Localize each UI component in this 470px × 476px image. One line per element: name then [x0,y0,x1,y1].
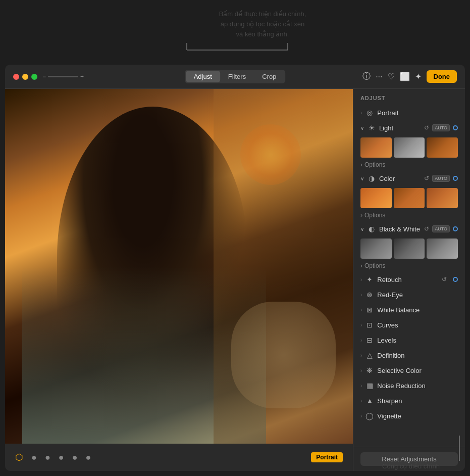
definition-label: Definition [377,352,458,359]
light-reset-icon[interactable]: ↺ [424,124,429,131]
color-auto-badge[interactable]: AUTO [432,175,450,182]
bw-reset-icon[interactable]: ↺ [424,225,429,232]
color-icon: ◑ [367,174,376,182]
heart-icon[interactable]: ♡ [388,72,395,81]
chevron-right-noisered-icon: › [360,383,362,389]
chevron-right-retouch-icon: › [360,277,362,282]
bottom-icon-4[interactable]: ● [72,452,78,463]
color-thumb-1[interactable] [360,188,392,208]
titlebar: − + Adjust Filters Crop ⓘ ··· ♡ ⬜ ✦ Done [5,65,465,89]
sidebar-item-definition[interactable]: › △ Definition [353,348,465,363]
color-dot[interactable] [453,176,458,181]
chevron-right-icon: › [360,110,362,116]
sharpen-label: Sharpen [377,397,458,405]
portrait-badge: Portrait [311,452,343,462]
sidebar-item-selcolor[interactable]: › ❋ Selective Color [353,363,465,378]
bottom-icon-1[interactable]: ● [31,452,37,463]
light-options-label: Options [364,161,385,168]
more-icon[interactable]: ··· [376,72,382,81]
info-icon[interactable]: ⓘ [362,71,371,82]
sidebar-item-retouch[interactable]: › ✦ Retouch ↺ [353,272,465,287]
toolbar-right: ⓘ ··· ♡ ⬜ ✦ Done [362,70,457,83]
retouch-reset-icon[interactable]: ↺ [442,276,447,283]
wb-icon: ⊠ [365,306,374,314]
sidebar-title: ADJUST [353,89,465,105]
portrait-icon: ◎ [365,109,374,117]
zoom-minus[interactable]: − [42,73,46,80]
bw-thumbnails [353,236,465,261]
retouch-label: Retouch [377,276,439,283]
bw-options-label: Options [364,262,385,269]
light-thumb-1[interactable] [360,137,392,158]
bw-thumb-2[interactable] [394,239,425,259]
chevron-right-levels-icon: › [360,338,362,343]
bw-dot[interactable] [453,226,458,231]
chevron-right-redeye-icon: › [360,292,362,298]
redeye-icon: ⊛ [365,291,374,299]
tab-adjust[interactable]: Adjust [186,71,220,82]
light-thumb-3[interactable] [427,137,458,158]
sidebar-item-bw[interactable]: ∨ ◐ Black & White ↺ AUTO [353,221,465,236]
bottom-icon-hexagon[interactable]: ⬡ [15,452,23,463]
fullscreen-button[interactable] [31,74,37,80]
curves-icon: ⊡ [365,321,374,329]
annotation-line [459,436,460,461]
close-button[interactable] [13,74,19,80]
sidebar-item-redeye[interactable]: › ⊛ Red-Eye [353,287,465,302]
zoom-slider[interactable] [48,76,78,77]
light-thumb-2[interactable] [394,137,425,158]
photo-toolbar: ⬡ ● ● ● ● ● Portrait [5,444,353,471]
minimize-button[interactable] [22,74,28,80]
tab-group: Adjust Filters Crop [185,70,286,83]
chevron-right-vignette-icon: › [360,413,362,419]
sidebar-item-curves[interactable]: › ⊡ Curves [353,317,465,332]
light-auto-badge[interactable]: AUTO [432,124,450,131]
bottom-icon-3[interactable]: ● [59,452,64,463]
tooltip-text: Bấm để thực hiện điều chỉnh, áp dụng bộ … [197,9,328,39]
tab-crop[interactable]: Crop [254,71,284,82]
sidebar-item-portrait[interactable]: › ◎ Portrait [353,105,465,120]
sidebar-item-vignette[interactable]: › ◯ Vignette [353,408,465,423]
bw-thumb-1[interactable] [360,239,392,259]
sidebar-item-color[interactable]: ∨ ◑ Color ↺ AUTO [353,171,465,186]
traffic-lights [13,74,37,80]
chevron-right-selcolor-icon: › [360,368,362,373]
selcolor-label: Selective Color [377,367,458,374]
photo-background [5,89,353,444]
magic-icon[interactable]: ✦ [415,72,422,81]
retouch-dot[interactable] [453,277,458,282]
light-icon: ☀ [367,124,376,132]
zoom-plus[interactable]: + [80,73,84,80]
sidebar-item-sharpen[interactable]: › ▲ Sharpen [353,393,465,408]
color-options[interactable]: › Options [353,210,465,221]
sidebar-scroll[interactable]: ADJUST › ◎ Portrait ∨ ☀ Light ↺ AUTO [353,89,465,447]
bw-options[interactable]: › Options [353,261,465,272]
chevron-right-curves-icon: › [360,322,362,328]
chevron-right-bw-options-icon: › [360,262,362,269]
sidebar-item-noisered[interactable]: › ▦ Noise Reduction [353,378,465,393]
color-thumbnails [353,186,465,210]
sidebar-item-light[interactable]: ∨ ☀ Light ↺ AUTO [353,120,465,135]
done-button[interactable]: Done [427,70,457,83]
bw-actions: ↺ AUTO [424,225,458,232]
bottom-icon-5[interactable]: ● [86,452,91,463]
bottom-icons: ⬡ ● ● ● ● ● [15,452,91,463]
sidebar-item-levels[interactable]: › ⊟ Levels [353,332,465,348]
photo-container [5,89,353,444]
bw-auto-badge[interactable]: AUTO [432,225,450,232]
color-reset-icon[interactable]: ↺ [424,175,429,182]
bw-thumb-3[interactable] [427,239,458,259]
bottom-icon-2[interactable]: ● [45,452,50,463]
light-actions: ↺ AUTO [424,124,458,131]
sharpen-icon: ▲ [365,397,374,405]
color-thumb-2[interactable] [394,188,425,208]
light-dot[interactable] [453,125,458,130]
tab-filters[interactable]: Filters [220,71,254,82]
color-thumb-3[interactable] [427,188,458,208]
light-options[interactable]: › Options [353,160,465,171]
chevron-down-light-icon: ∨ [360,125,364,131]
noisered-icon: ▦ [365,382,374,390]
share-icon[interactable]: ⬜ [400,72,410,81]
sidebar-item-wb[interactable]: › ⊠ White Balance [353,302,465,317]
definition-icon: △ [365,351,374,359]
